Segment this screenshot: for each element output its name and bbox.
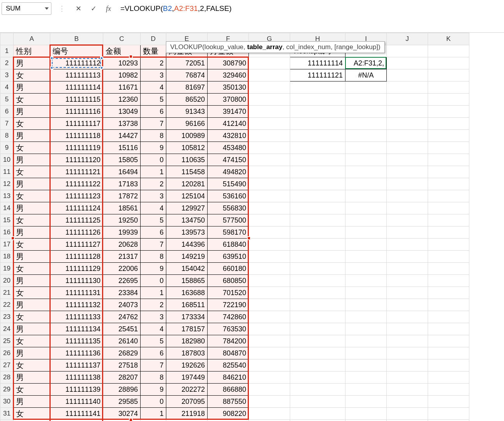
cell-D11[interactable]: 1 <box>141 166 166 178</box>
cell-K25[interactable] <box>428 335 469 347</box>
cell-G9[interactable] <box>249 142 290 154</box>
row-header[interactable]: 3 <box>0 69 14 81</box>
cell-J29[interactable] <box>387 384 428 396</box>
cell-G21[interactable] <box>249 287 290 299</box>
row-header[interactable]: 13 <box>0 190 14 202</box>
cell-C25[interactable]: 26140 <box>103 335 141 347</box>
cell-B25[interactable]: 111111135 <box>50 335 103 347</box>
cell-F5[interactable]: 370800 <box>208 94 249 106</box>
cell-G13[interactable] <box>249 190 290 202</box>
cell-J15[interactable] <box>387 214 428 226</box>
cell-F20[interactable]: 680850 <box>208 275 249 287</box>
cell-K32[interactable] <box>428 420 469 421</box>
cell-E3[interactable]: 76874 <box>166 69 208 81</box>
cell-H16[interactable] <box>290 226 345 239</box>
cell-A6[interactable]: 男 <box>14 106 50 118</box>
cell-B8[interactable]: 111111118 <box>50 130 103 142</box>
cell-B27[interactable]: 111111137 <box>50 359 103 371</box>
col-header-B[interactable]: B <box>50 33 103 45</box>
cell-C26[interactable]: 26829 <box>103 347 141 359</box>
row-header[interactable]: 6 <box>0 106 14 118</box>
cell-H20[interactable] <box>290 275 345 287</box>
cell-D5[interactable]: 5 <box>141 94 166 106</box>
cell-F8[interactable]: 432810 <box>208 130 249 142</box>
cell-A11[interactable]: 女 <box>14 166 50 178</box>
cell-G23[interactable] <box>249 311 290 323</box>
cell-I8[interactable] <box>345 130 387 142</box>
row-header[interactable]: 5 <box>0 94 14 106</box>
row-header[interactable]: 15 <box>0 214 14 226</box>
more-icon[interactable]: ⋮ <box>58 4 66 13</box>
cell-F29[interactable]: 866880 <box>208 384 249 396</box>
cell-J3[interactable] <box>387 69 428 81</box>
cell-I27[interactable] <box>345 359 387 371</box>
cell-J21[interactable] <box>387 287 428 299</box>
cell-H30[interactable] <box>290 396 345 408</box>
cell-I32[interactable] <box>345 420 387 421</box>
cell-A19[interactable]: 女 <box>14 263 50 275</box>
cell-A4[interactable]: 男 <box>14 81 50 94</box>
cell-J2[interactable] <box>387 57 428 69</box>
cell-E23[interactable]: 173334 <box>166 311 208 323</box>
cell-G32[interactable] <box>249 420 290 421</box>
cell-K14[interactable] <box>428 202 469 214</box>
cell-C15[interactable]: 19250 <box>103 214 141 226</box>
cell-F15[interactable]: 577500 <box>208 214 249 226</box>
cell-F31[interactable]: 908220 <box>208 408 249 420</box>
cell-G20[interactable] <box>249 275 290 287</box>
cell-G16[interactable] <box>249 226 290 239</box>
row-header[interactable]: 30 <box>0 396 14 408</box>
col-header-C[interactable]: C <box>103 33 141 45</box>
chevron-down-icon[interactable] <box>45 7 49 10</box>
cell-K13[interactable] <box>428 190 469 202</box>
cell-E26[interactable]: 187803 <box>166 347 208 359</box>
cell-D17[interactable]: 7 <box>141 239 166 251</box>
cell-F3[interactable]: 329460 <box>208 69 249 81</box>
cell-F14[interactable]: 556830 <box>208 202 249 214</box>
cell-H2[interactable]: 111111114 <box>290 57 345 69</box>
cell-B13[interactable]: 111111123 <box>50 190 103 202</box>
cell-G26[interactable] <box>249 347 290 359</box>
cell-C7[interactable]: 13738 <box>103 118 141 130</box>
cell-A32[interactable] <box>14 420 50 421</box>
cell-B32[interactable] <box>50 420 103 421</box>
cell-I16[interactable] <box>345 226 387 239</box>
cell-D10[interactable]: 0 <box>141 154 166 166</box>
cell-B22[interactable]: 111111132 <box>50 299 103 311</box>
row-header[interactable]: 23 <box>0 311 14 323</box>
cell-A12[interactable]: 男 <box>14 178 50 190</box>
cell-I23[interactable] <box>345 311 387 323</box>
cell-I29[interactable] <box>345 384 387 396</box>
cell-F16[interactable]: 598170 <box>208 226 249 239</box>
cell-F26[interactable]: 804870 <box>208 347 249 359</box>
cell-J24[interactable] <box>387 323 428 335</box>
cell-I17[interactable] <box>345 239 387 251</box>
cell-I20[interactable] <box>345 275 387 287</box>
cell-B15[interactable]: 111111125 <box>50 214 103 226</box>
cell-E4[interactable]: 81697 <box>166 81 208 94</box>
cell-I18[interactable] <box>345 251 387 263</box>
cell-A10[interactable]: 男 <box>14 154 50 166</box>
cell-D14[interactable]: 4 <box>141 202 166 214</box>
cell-G4[interactable] <box>249 81 290 94</box>
cell-J22[interactable] <box>387 299 428 311</box>
row-header[interactable]: 9 <box>0 142 14 154</box>
cell-D3[interactable]: 3 <box>141 69 166 81</box>
cell-J14[interactable] <box>387 202 428 214</box>
cell-K27[interactable] <box>428 359 469 371</box>
col-header-J[interactable]: J <box>387 33 428 45</box>
cell-K17[interactable] <box>428 239 469 251</box>
cell-B23[interactable]: 111111133 <box>50 311 103 323</box>
cell-G22[interactable] <box>249 299 290 311</box>
cell-A28[interactable]: 男 <box>14 371 50 384</box>
row-header[interactable]: 24 <box>0 323 14 335</box>
cell-H17[interactable] <box>290 239 345 251</box>
col-header-D[interactable]: D <box>141 33 166 45</box>
cell-A1[interactable]: 性别 <box>14 45 50 57</box>
cell-K30[interactable] <box>428 396 469 408</box>
cell-F12[interactable]: 515490 <box>208 178 249 190</box>
cell-I15[interactable] <box>345 214 387 226</box>
cell-G29[interactable] <box>249 384 290 396</box>
cell-C23[interactable]: 24762 <box>103 311 141 323</box>
row-header[interactable]: 28 <box>0 371 14 384</box>
